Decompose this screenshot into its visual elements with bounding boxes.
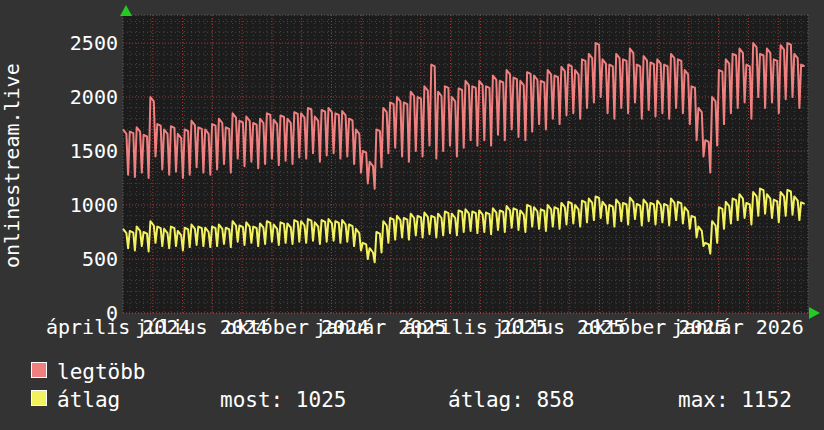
x-tick-label-7: január 2026 [671, 316, 803, 338]
legend-row-legtobb: legtöbb [0, 361, 824, 383]
legend-label-atlag: átlag [57, 389, 120, 411]
stat-most: most: 1025 [220, 389, 346, 411]
stat-max: max: 1152 [678, 389, 792, 411]
y-tick-label-1000: 1000 [56, 194, 118, 216]
stat-atlag: átlag: 858 [448, 389, 574, 411]
y-tick-label-2000: 2000 [56, 86, 118, 108]
y-tick-label-500: 500 [56, 248, 118, 270]
legend-label-legtobb: legtöbb [57, 361, 146, 383]
y-tick-label-1500: 1500 [56, 140, 118, 162]
legend-swatch-legtobb [31, 362, 47, 378]
legend-swatch-atlag [31, 390, 47, 406]
y-tick-label-2500: 2500 [56, 32, 118, 54]
legend-row-atlag: átlag most: 1025 átlag: 858 max: 1152 [0, 389, 824, 411]
graph-canvas: onlinestream.live 05001000150020002500 á… [0, 0, 824, 430]
x-axis-arrow-icon [809, 307, 820, 319]
y-axis-arrow-icon [120, 5, 132, 16]
